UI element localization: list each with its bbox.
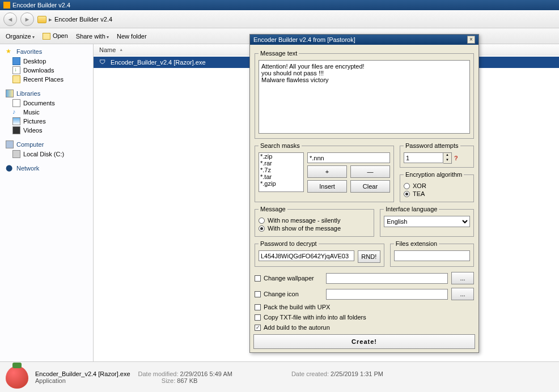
app-icon [3,2,10,8]
forward-button[interactable]: ► [20,12,34,26]
folder-icon [37,16,46,23]
back-button[interactable]: ◄ [3,12,17,26]
recent-icon [12,75,20,83]
message-text-input[interactable] [259,60,470,134]
search-masks-group: Search masks *.zip*.rar*.7z*.tar*.gzip +… [255,142,394,202]
radio-xor[interactable]: XOR [404,182,470,189]
check-upx[interactable]: Pack the build with UPX [255,304,474,310]
sidebar-item-localdisk[interactable]: Local Disk (C:) [6,150,93,159]
file-thumbnail-icon [6,366,28,389]
share-menu[interactable]: Share with [76,33,109,40]
extension-input[interactable] [394,250,470,261]
browse-icon-button[interactable]: ... [451,288,474,300]
language-group: Interface language English [380,206,474,237]
sidebar-item-music[interactable]: ♪Music [6,108,93,117]
password-input[interactable] [259,250,354,261]
window-title: Encoder Builder v2.4 [12,2,70,8]
desktop-icon [12,57,20,65]
status-filename: Encoder_Builder_v2.4 [Razor].exe [35,370,130,377]
breadcrumb[interactable]: ▸ Encoder Builder v2.4 [37,16,112,23]
computer-icon [6,140,14,148]
sidebar-libraries-header[interactable]: Libraries [6,90,93,97]
pictures-icon [12,117,20,125]
sort-asc-icon: ▲ [119,48,123,52]
sidebar-favorites-header[interactable]: ★Favorites [6,48,93,56]
help-icon[interactable]: ? [454,155,458,161]
check-wallpaper[interactable]: Change wallpaper [255,275,323,282]
remove-mask-button[interactable]: — [350,165,390,178]
star-icon: ★ [6,48,14,56]
nav-bar: ◄ ► ▸ Encoder Builder v2.4 [0,10,559,28]
add-mask-button[interactable]: + [307,165,347,178]
sidebar-item-videos[interactable]: Videos [6,126,93,135]
check-txt[interactable]: Copy TXT-file with info into all folders [255,314,474,321]
sidebar-network-header[interactable]: ⬤Network [6,164,93,172]
status-filetype: Application [35,377,66,384]
sidebar-item-desktop[interactable]: Desktop [6,57,93,66]
sidebar-computer-header[interactable]: Computer [6,140,93,148]
extension-group: Files extension [390,240,474,267]
window-titlebar: Encoder Builder v2.4 [0,0,559,10]
status-bar: Encoder_Builder_v2.4 [Razor].exe Date mo… [0,361,559,392]
sidebar-item-documents[interactable]: Documents [6,99,93,108]
wallpaper-path-input[interactable] [326,273,448,284]
password-attempts-stepper[interactable]: ▲▼ [404,152,452,164]
open-button[interactable]: Open [43,32,68,40]
radio-silent[interactable]: With no message - silently [259,217,370,224]
radio-show[interactable]: With show of the message [259,225,370,232]
open-icon [43,33,50,40]
rnd-button[interactable]: RND! [358,250,380,263]
dialog-titlebar[interactable]: Encoder Builder v2.4 from [Pastorok] × [250,35,478,45]
message-mode-group: Message With no message - silently With … [255,206,374,237]
chevron-right-icon: ▸ [49,16,52,23]
encryption-group: Encryption algorithm XOR TEA [400,171,474,202]
mask-input[interactable] [307,152,390,163]
create-button[interactable]: Create! [253,334,475,349]
documents-icon [12,99,20,107]
videos-icon [12,126,20,134]
sidebar-item-pictures[interactable]: Pictures [6,117,93,126]
browse-wallpaper-button[interactable]: ... [451,272,474,284]
close-icon[interactable]: × [467,36,475,44]
password-group: Password to decrypt RND! [255,240,384,267]
sidebar: ★Favorites Desktop Downloads Recent Plac… [0,44,94,361]
music-icon: ♪ [12,108,20,116]
libraries-icon [6,90,14,97]
radio-tea[interactable]: TEA [404,190,470,197]
breadcrumb-current: Encoder Builder v2.4 [54,16,112,23]
downloads-icon [12,66,20,74]
sidebar-item-recent[interactable]: Recent Places [6,75,93,84]
check-autorun[interactable]: Add build to the autorun [255,324,474,331]
masks-listbox[interactable]: *.zip*.rar*.7z*.tar*.gzip [259,152,304,192]
newfolder-button[interactable]: New folder [117,33,147,40]
insert-button[interactable]: Insert [307,180,347,193]
spin-up-icon[interactable]: ▲ [443,153,451,158]
icon-path-input[interactable] [326,289,448,300]
sidebar-item-downloads[interactable]: Downloads [6,66,93,75]
file-name: Encoder_Builder_v2.4 [Razor].exe [111,59,206,66]
dialog-title: Encoder Builder v2.4 from [Pastorok] [253,36,355,43]
message-text-group: Message text [255,50,474,139]
disk-icon [12,150,20,158]
spin-down-icon[interactable]: ▼ [443,158,451,163]
password-attempts-group: Password attempts ▲▼ ? [400,142,474,168]
check-icon-change[interactable]: Change icon [255,291,323,297]
clear-button[interactable]: Clear [350,180,390,193]
encoder-dialog: Encoder Builder v2.4 from [Pastorok] × M… [249,34,479,353]
exe-icon: 🛡 [99,58,107,66]
organize-menu[interactable]: Organize [6,33,35,40]
network-icon: ⬤ [6,164,14,172]
language-select[interactable]: English [384,216,470,227]
